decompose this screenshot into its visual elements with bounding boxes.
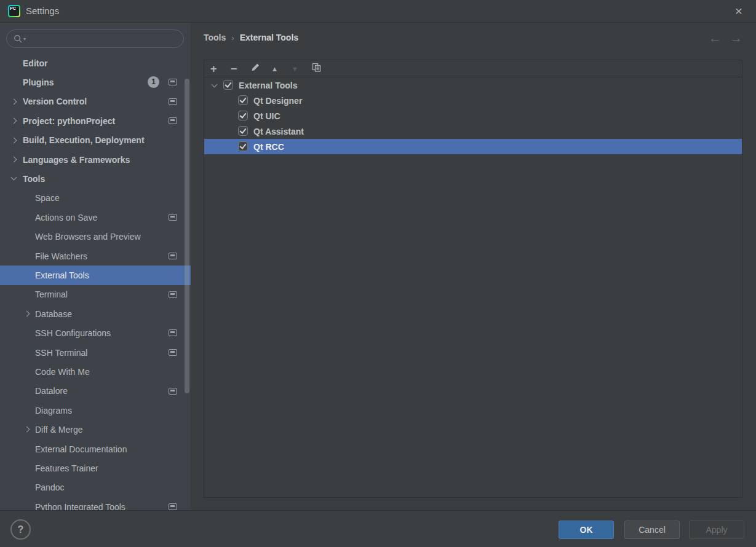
sidebar-item-plugins[interactable]: Plugins1 — [0, 73, 191, 92]
chevron-right-icon — [11, 137, 17, 143]
sidebar-item-languages-frameworks[interactable]: Languages & Frameworks — [0, 150, 191, 169]
pencil-icon — [251, 63, 260, 72]
chevron-right-icon — [11, 98, 17, 104]
external-tools-tree: External Tools Qt Designer Qt UIC Qt Ass… — [204, 77, 742, 154]
sidebar-item-python-integrated-tools[interactable]: Python Integrated Tools — [0, 497, 191, 510]
modified-settings-icon — [169, 214, 177, 221]
checkbox-qt-uic[interactable] — [238, 111, 248, 120]
modified-settings-icon — [169, 117, 177, 124]
chevron-right-icon — [24, 427, 30, 433]
sidebar-item-features-trainer[interactable]: Features Trainer — [0, 458, 191, 478]
modified-settings-icon — [169, 98, 177, 105]
pycharm-logo-icon: PC — [8, 5, 20, 17]
settings-dialog: PC Settings × ▾ Editor Plugins1 Version … — [0, 0, 756, 547]
breadcrumb-separator: › — [231, 33, 234, 42]
tree-row-qt-uic[interactable]: Qt UIC — [204, 108, 742, 124]
remove-tool-button[interactable]: − — [231, 63, 251, 75]
sidebar-item-ssh-terminal[interactable]: SSH Terminal — [0, 343, 191, 362]
modified-settings-icon — [169, 291, 177, 298]
sidebar-item-database[interactable]: Database — [0, 304, 191, 323]
chevron-down-icon[interactable] — [212, 82, 218, 88]
checkbox-external-tools[interactable] — [223, 80, 233, 90]
modified-settings-icon — [169, 388, 177, 395]
help-button[interactable]: ? — [10, 519, 31, 540]
move-down-button[interactable]: ▼ — [292, 65, 312, 73]
sidebar-item-build-execution-deployment[interactable]: Build, Execution, Deployment — [0, 131, 191, 150]
sidebar-item-external-documentation[interactable]: External Documentation — [0, 439, 191, 458]
sidebar-item-project-pythonproject[interactable]: Project: pythonProject — [0, 111, 191, 130]
sidebar-scrollbar[interactable] — [185, 79, 189, 393]
chevron-right-icon — [11, 157, 17, 163]
sidebar-item-version-control[interactable]: Version Control — [0, 92, 191, 111]
ok-button[interactable]: OK — [559, 521, 614, 539]
sidebar-item-pandoc[interactable]: Pandoc — [0, 478, 191, 497]
modified-settings-icon — [169, 349, 177, 356]
chevron-right-icon — [11, 118, 17, 124]
checkbox-qt-designer[interactable] — [238, 95, 248, 105]
modified-settings-icon — [169, 79, 177, 85]
apply-button[interactable]: Apply — [689, 521, 744, 539]
back-arrow-icon[interactable]: ← — [709, 31, 722, 45]
checkbox-qt-rcc[interactable] — [238, 141, 248, 151]
settings-sidebar: ▾ Editor Plugins1 Version Control Projec… — [0, 23, 191, 510]
checkbox-qt-assistant[interactable] — [238, 126, 248, 136]
modified-settings-icon — [169, 253, 177, 259]
sidebar-item-space[interactable]: Space — [0, 189, 191, 208]
sidebar-item-editor[interactable]: Editor — [0, 53, 191, 73]
move-up-button[interactable]: ▲ — [271, 65, 292, 73]
search-icon — [14, 34, 23, 44]
sidebar-item-tools[interactable]: Tools — [0, 169, 191, 188]
copy-tool-button[interactable] — [312, 63, 332, 74]
tree-row-external-tools[interactable]: External Tools — [204, 77, 742, 93]
sidebar-item-external-tools[interactable]: External Tools — [0, 266, 191, 285]
sidebar-item-ssh-configurations[interactable]: SSH Configurations — [0, 323, 191, 342]
forward-arrow-icon[interactable]: → — [730, 31, 742, 45]
breadcrumb-tools[interactable]: Tools — [204, 33, 226, 42]
tools-toolbar: + − ▲ ▼ — [204, 60, 742, 77]
settings-search-input[interactable] — [26, 34, 183, 44]
window-title: Settings — [26, 0, 59, 22]
cancel-button[interactable]: Cancel — [624, 521, 680, 539]
title-bar: PC Settings × — [0, 0, 756, 23]
sidebar-item-actions-on-save[interactable]: Actions on Save — [0, 208, 191, 227]
sidebar-item-web-browsers-and-preview[interactable]: Web Browsers and Preview — [0, 227, 191, 246]
dialog-footer: ? OK Cancel Apply — [0, 510, 756, 547]
external-tools-panel: + − ▲ ▼ — [204, 60, 742, 498]
history-navigation: ← → — [709, 31, 742, 45]
modified-settings-icon — [169, 329, 177, 336]
pycharm-logo-text: PC — [10, 6, 16, 10]
question-mark-icon: ? — [18, 524, 24, 535]
sidebar-item-datalore[interactable]: Datalore — [0, 382, 191, 401]
sidebar-item-terminal[interactable]: Terminal — [0, 285, 191, 304]
sidebar-item-diff-merge[interactable]: Diff & Merge — [0, 420, 191, 439]
breadcrumb-external-tools: External Tools — [240, 33, 298, 42]
tree-row-qt-assistant[interactable]: Qt Assistant — [204, 124, 742, 139]
settings-nav-list: Editor Plugins1 Version Control Project:… — [0, 53, 191, 510]
search-box[interactable]: ▾ — [6, 30, 184, 48]
settings-content: Tools › External Tools ← → + − ▲ ▼ — [191, 23, 756, 510]
sidebar-item-file-watchers[interactable]: File Watchers — [0, 246, 191, 266]
breadcrumb: Tools › External Tools — [204, 33, 298, 42]
tree-row-qt-designer[interactable]: Qt Designer — [204, 93, 742, 108]
duplicate-icon — [312, 63, 321, 72]
sidebar-item-code-with-me[interactable]: Code With Me — [0, 362, 191, 381]
sidebar-item-diagrams[interactable]: Diagrams — [0, 401, 191, 420]
modified-settings-icon — [169, 503, 177, 510]
edit-tool-button[interactable] — [251, 63, 271, 74]
chevron-down-icon — [11, 175, 17, 181]
chevron-right-icon — [24, 311, 30, 317]
plugins-count-badge: 1 — [148, 76, 159, 88]
close-icon[interactable]: × — [730, 2, 747, 20]
tree-row-qt-rcc[interactable]: Qt RCC — [204, 139, 742, 154]
add-tool-button[interactable]: + — [210, 63, 231, 75]
